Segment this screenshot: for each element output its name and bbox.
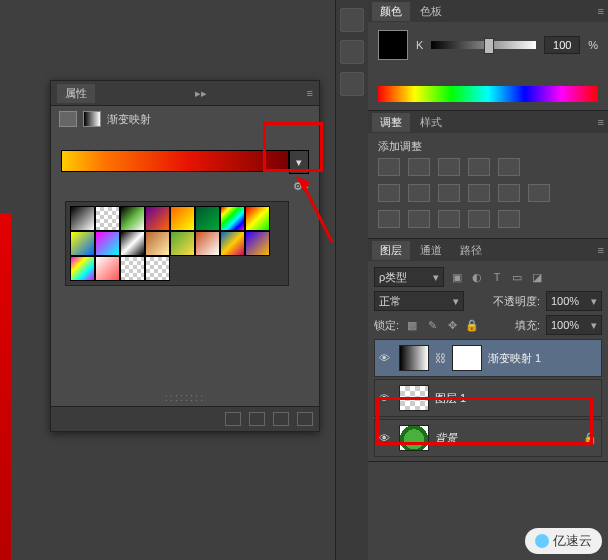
color-spectrum[interactable] <box>378 86 598 102</box>
layer-name[interactable]: 渐变映射 1 <box>488 351 597 366</box>
properties-tab[interactable]: 属性 <box>57 84 95 103</box>
tab-paths[interactable]: 路径 <box>452 241 490 260</box>
layer-gradient-map[interactable]: 👁 ⛓ 渐变映射 1 <box>374 339 602 377</box>
layer-1[interactable]: 👁 图层 1 <box>374 379 602 417</box>
layer-background[interactable]: 👁 背景 🔒 <box>374 419 602 457</box>
watermark-badge: 亿速云 <box>525 528 602 554</box>
adj-threshold-icon[interactable] <box>438 210 460 228</box>
visibility-toggle-icon[interactable]: 👁 <box>379 392 393 404</box>
preset-swatch[interactable] <box>145 206 170 231</box>
properties-header: 属性 ▸▸ ≡ <box>51 81 319 106</box>
filter-shape-icon[interactable]: ▭ <box>510 270 524 284</box>
link-icon[interactable]: ⛓ <box>435 352 446 364</box>
preset-swatch[interactable] <box>120 256 145 281</box>
tab-styles[interactable]: 样式 <box>412 113 450 132</box>
delete-adjustment-icon[interactable] <box>297 412 313 426</box>
gradient-picker-menu-icon[interactable]: ⚙▸ <box>293 180 309 193</box>
lock-all-icon[interactable]: 🔒 <box>465 318 479 332</box>
adj-bw-icon[interactable] <box>438 184 460 202</box>
properties-footer <box>51 406 319 431</box>
layer-name[interactable]: 背景 <box>435 431 577 446</box>
adj-invert-icon[interactable] <box>378 210 400 228</box>
tab-layers[interactable]: 图层 <box>372 241 410 260</box>
adjustment-icon <box>59 111 77 127</box>
adj-exposure-icon[interactable] <box>468 158 490 176</box>
dock-icon-paragraph[interactable] <box>340 72 364 96</box>
tab-adjustments[interactable]: 调整 <box>372 113 410 132</box>
gradient-presets-grid <box>65 201 289 286</box>
preset-swatch[interactable] <box>120 206 145 231</box>
panel-menu-icon[interactable]: ≡ <box>307 87 313 99</box>
adj-colorlookup-icon[interactable] <box>528 184 550 202</box>
dock-icon-history[interactable] <box>340 8 364 32</box>
gradient-preview[interactable] <box>61 150 289 172</box>
adj-vibrance-icon[interactable] <box>498 158 520 176</box>
adj-curves-icon[interactable] <box>438 158 460 176</box>
preset-swatch[interactable] <box>195 231 220 256</box>
adj-hue-icon[interactable] <box>378 184 400 202</box>
tab-color[interactable]: 颜色 <box>372 2 410 21</box>
panel-collapse-icon[interactable]: ▸▸ <box>195 87 207 100</box>
lock-position-icon[interactable]: ✥ <box>445 318 459 332</box>
gradient-dropdown-button[interactable]: ▾ <box>289 150 309 174</box>
preset-swatch[interactable] <box>95 256 120 281</box>
preset-swatch[interactable] <box>170 231 195 256</box>
preset-swatch[interactable] <box>220 231 245 256</box>
adj-posterize-icon[interactable] <box>408 210 430 228</box>
preset-swatch[interactable] <box>245 231 270 256</box>
filter-type-select[interactable]: ρ 类型▾ <box>374 267 444 287</box>
preset-swatch[interactable] <box>70 231 95 256</box>
preset-swatch[interactable] <box>95 231 120 256</box>
panel-menu-icon[interactable]: ≡ <box>598 116 604 128</box>
filter-adjust-icon[interactable]: ◐ <box>470 270 484 284</box>
blend-mode-select[interactable]: 正常▾ <box>374 291 464 311</box>
visibility-toggle-icon[interactable]: 👁 <box>379 432 393 444</box>
lock-pixels-icon[interactable]: ✎ <box>425 318 439 332</box>
adj-levels-icon[interactable] <box>408 158 430 176</box>
channel-label: K <box>416 39 423 51</box>
layer-name[interactable]: 图层 1 <box>435 391 597 406</box>
panel-resize-grip[interactable]: :::::::: <box>51 391 319 403</box>
fill-value[interactable]: 100%▾ <box>546 315 602 335</box>
preset-swatch[interactable] <box>70 256 95 281</box>
adjustment-row-3 <box>378 206 598 232</box>
preset-swatch[interactable] <box>245 206 270 231</box>
adj-photofilter-icon[interactable] <box>468 184 490 202</box>
tab-channels[interactable]: 通道 <box>412 241 450 260</box>
right-panel-column: 颜色 色板 ≡ K 100 % 调整 样式 ≡ 添加调整 <box>368 0 608 560</box>
tab-swatches[interactable]: 色板 <box>412 2 450 21</box>
clip-to-layer-icon[interactable] <box>225 412 241 426</box>
dock-icon-character[interactable] <box>340 40 364 64</box>
preset-swatch[interactable] <box>95 206 120 231</box>
k-value[interactable]: 100 <box>544 36 580 54</box>
lock-icon[interactable]: 🔒 <box>583 432 597 445</box>
adjustment-thumb <box>399 345 429 371</box>
adj-channelmixer-icon[interactable] <box>498 184 520 202</box>
k-slider[interactable] <box>431 41 536 49</box>
filter-pixel-icon[interactable]: ▣ <box>450 270 464 284</box>
preset-swatch[interactable] <box>120 231 145 256</box>
lock-transparent-icon[interactable]: ▩ <box>405 318 419 332</box>
preset-swatch[interactable] <box>195 206 220 231</box>
adj-colorbalance-icon[interactable] <box>408 184 430 202</box>
adj-selectivecolor-icon[interactable] <box>498 210 520 228</box>
preset-swatch[interactable] <box>145 231 170 256</box>
foreground-swatch[interactable] <box>378 30 408 60</box>
adj-gradientmap-icon[interactable] <box>468 210 490 228</box>
filter-smart-icon[interactable]: ◪ <box>530 270 544 284</box>
reset-icon[interactable] <box>273 412 289 426</box>
panel-menu-icon[interactable]: ≡ <box>598 5 604 17</box>
panel-menu-icon[interactable]: ≡ <box>598 244 604 256</box>
opacity-value[interactable]: 100%▾ <box>546 291 602 311</box>
preset-swatch[interactable] <box>220 206 245 231</box>
preset-swatch[interactable] <box>170 206 195 231</box>
view-previous-icon[interactable] <box>249 412 265 426</box>
mask-thumb[interactable] <box>452 345 482 371</box>
visibility-toggle-icon[interactable]: 👁 <box>379 352 393 364</box>
slider-knob[interactable] <box>484 38 494 54</box>
layer-thumb <box>399 385 429 411</box>
preset-swatch[interactable] <box>70 206 95 231</box>
adj-brightness-icon[interactable] <box>378 158 400 176</box>
preset-swatch[interactable] <box>145 256 170 281</box>
filter-type-icon[interactable]: T <box>490 270 504 284</box>
